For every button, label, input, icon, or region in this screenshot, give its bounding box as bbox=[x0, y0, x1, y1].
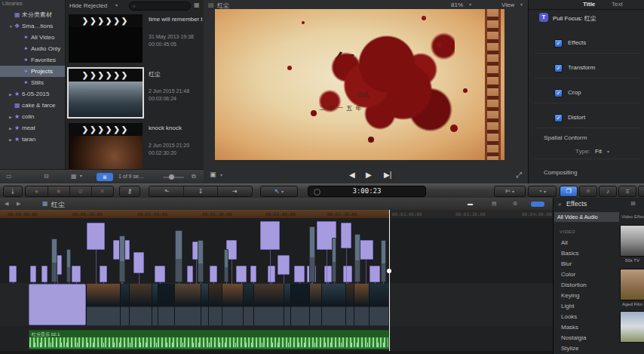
storyline-video-clip[interactable] bbox=[309, 284, 321, 325]
search-icon[interactable]: ⌕ bbox=[558, 201, 561, 208]
sidebar-item[interactable]: ▶★taran bbox=[0, 134, 66, 145]
sidebar-item[interactable]: ▶★6-05-2015 bbox=[0, 88, 66, 100]
disclosure-triangle[interactable]: ▶ bbox=[9, 134, 14, 145]
connected-title-clip[interactable] bbox=[260, 221, 280, 250]
effects-category[interactable]: Light bbox=[561, 303, 574, 309]
search-input[interactable]: ⌕ bbox=[129, 2, 191, 11]
effects-category[interactable]: Looks bbox=[561, 313, 577, 320]
list-view-icon[interactable]: ≣ bbox=[97, 173, 113, 181]
effects-category[interactable]: Color bbox=[561, 271, 575, 278]
play-button[interactable]: ▶ bbox=[366, 171, 372, 179]
connected-title-clip[interactable] bbox=[187, 266, 193, 282]
select-tool-dropdown[interactable]: ↖ ▾ bbox=[260, 186, 298, 197]
playhead-handle[interactable] bbox=[387, 269, 391, 273]
clapper-icon[interactable]: ▭ bbox=[6, 173, 12, 180]
skimming-toggle[interactable] bbox=[531, 202, 544, 207]
filmstrip-toggle-icon[interactable]: ⧉ bbox=[192, 173, 196, 180]
connected-title-clip[interactable] bbox=[87, 223, 105, 250]
effects-category[interactable]: Keying bbox=[561, 292, 579, 299]
transform-crop-icon[interactable]: ▣ bbox=[210, 171, 216, 178]
connected-video-clip[interactable] bbox=[66, 249, 71, 282]
checkbox-checked[interactable]: ✓ bbox=[554, 64, 563, 72]
effects-category[interactable]: Masks bbox=[561, 324, 578, 331]
keyword-icon[interactable]: ⊟ bbox=[44, 173, 49, 180]
connected-title-clip[interactable] bbox=[236, 266, 247, 282]
clip-thumbnail[interactable]: ❯❯❯❯❯❯ bbox=[69, 69, 143, 117]
effects-category[interactable]: Nostalgia bbox=[561, 334, 586, 341]
connected-title-clip[interactable] bbox=[30, 266, 36, 282]
photos-browser-icon[interactable]: ⌾ bbox=[579, 186, 597, 197]
checkbox-checked[interactable]: ✓ bbox=[554, 114, 563, 122]
previous-frame-button[interactable]: ◀ bbox=[349, 171, 355, 179]
sidebar-item[interactable]: ▶★meat bbox=[0, 122, 66, 134]
storyline-video-clip[interactable] bbox=[86, 284, 120, 325]
clip-thumbnail[interactable]: ❯❯❯❯❯❯ bbox=[69, 123, 143, 169]
sidebar-item[interactable]: ✦Projects bbox=[0, 66, 66, 77]
connected-video-clip[interactable] bbox=[354, 234, 360, 282]
tab-text[interactable]: Text bbox=[612, 1, 623, 8]
connected-title-clip[interactable] bbox=[370, 266, 380, 282]
checkbox-checked[interactable]: ✓ bbox=[554, 89, 563, 97]
clip-row[interactable]: ❯❯❯❯❯❯红尘2 Jun 2015 21:4800:03:06:24 bbox=[66, 67, 204, 122]
media-browser-active-icon[interactable]: ❐ bbox=[560, 186, 578, 197]
clip-row[interactable]: ❯❯❯❯❯❯time will remember t…31 May 2013 1… bbox=[66, 13, 204, 67]
blade-tool-dropdown[interactable]: ✄ ▾ bbox=[494, 186, 526, 197]
connected-video-clip[interactable] bbox=[119, 235, 125, 282]
audio-clip[interactable]: 红尘音乐 02:1 bbox=[29, 330, 389, 349]
storyline-video-clip[interactable] bbox=[208, 284, 222, 325]
connected-title-clip[interactable] bbox=[100, 266, 107, 282]
retime-dropdown[interactable]: ◔ ▾ bbox=[528, 186, 557, 197]
connected-title-clip[interactable] bbox=[210, 266, 217, 282]
sidebar-item[interactable]: ✦Favorites bbox=[0, 54, 66, 66]
effects-category[interactable]: Basics bbox=[561, 250, 579, 257]
timeline-scrollbar-area[interactable] bbox=[0, 351, 553, 354]
connected-title-clip[interactable] bbox=[250, 266, 256, 282]
sidebar-item[interactable]: ✦Audio Only bbox=[0, 43, 66, 54]
storyline-video-clip[interactable] bbox=[345, 284, 354, 325]
history-back-icon[interactable]: ◀ bbox=[5, 201, 8, 207]
storyline-video-clip[interactable] bbox=[129, 284, 152, 325]
next-frame-button[interactable]: ▶| bbox=[384, 171, 391, 179]
settings-gear-icon[interactable]: ⚙ bbox=[513, 201, 517, 207]
connected-title-clip[interactable] bbox=[294, 266, 305, 282]
disclosure-triangle[interactable]: ▶ bbox=[9, 89, 14, 100]
connected-video-clip[interactable] bbox=[224, 249, 228, 282]
titles-browser-icon[interactable]: T bbox=[638, 186, 644, 197]
music-browser-icon[interactable]: ♪ bbox=[599, 186, 617, 197]
minimize-icon[interactable]: ▬ bbox=[468, 201, 473, 206]
tab-title[interactable]: Title bbox=[583, 1, 595, 8]
grid-view-icon[interactable]: ⊞ bbox=[630, 200, 636, 207]
effect-thumbnail[interactable] bbox=[620, 311, 644, 343]
view-dropdown[interactable]: View bbox=[501, 2, 514, 8]
effect-thumbnail[interactable] bbox=[620, 269, 644, 300]
rating-button-group[interactable]: ●★⊘✕ bbox=[25, 186, 114, 197]
storyline-video-clip[interactable] bbox=[120, 284, 129, 325]
disclosure-triangle[interactable]: ▶ bbox=[9, 112, 14, 122]
storyline-video-clip[interactable] bbox=[158, 284, 174, 325]
connected-video-clip[interactable] bbox=[381, 240, 386, 282]
effects-category[interactable]: Blur bbox=[561, 260, 572, 267]
effects-category[interactable]: Distortion bbox=[561, 282, 587, 288]
connected-video-clip[interactable] bbox=[198, 240, 204, 282]
storyline-video-clip[interactable] bbox=[174, 284, 201, 325]
clip-thumbnail[interactable]: ❯❯❯❯❯❯ bbox=[69, 14, 143, 63]
fullscreen-icon[interactable]: ⤢ bbox=[516, 171, 522, 180]
connected-title-clip[interactable] bbox=[324, 266, 332, 282]
connected-title-clip[interactable] bbox=[343, 266, 352, 282]
connected-title-clip[interactable] bbox=[268, 266, 275, 282]
type-value-dropdown[interactable]: Fit bbox=[595, 148, 602, 155]
connected-title-clip[interactable] bbox=[341, 223, 351, 248]
storyline-video-clip[interactable] bbox=[284, 284, 290, 325]
connected-video-clip[interactable] bbox=[332, 238, 336, 282]
import-button[interactable]: ⭳ bbox=[3, 186, 23, 197]
sidebar-item[interactable]: ▦cake & farce bbox=[0, 100, 66, 111]
sidebar-item[interactable]: ✦All Video bbox=[0, 32, 66, 43]
sidebar-item[interactable]: ▼❖Sma…tions bbox=[0, 20, 66, 32]
keyword-editor-button[interactable]: ⚷ bbox=[119, 186, 140, 197]
connected-title-clip[interactable] bbox=[72, 266, 81, 282]
filter-dropdown[interactable]: Hide Rejected bbox=[69, 2, 107, 9]
connected-title-clip[interactable] bbox=[278, 255, 290, 275]
sidebar-item[interactable]: ▶★colin bbox=[0, 111, 66, 122]
storyline-video-clip[interactable] bbox=[354, 284, 369, 325]
connected-video-clip[interactable] bbox=[309, 226, 315, 282]
